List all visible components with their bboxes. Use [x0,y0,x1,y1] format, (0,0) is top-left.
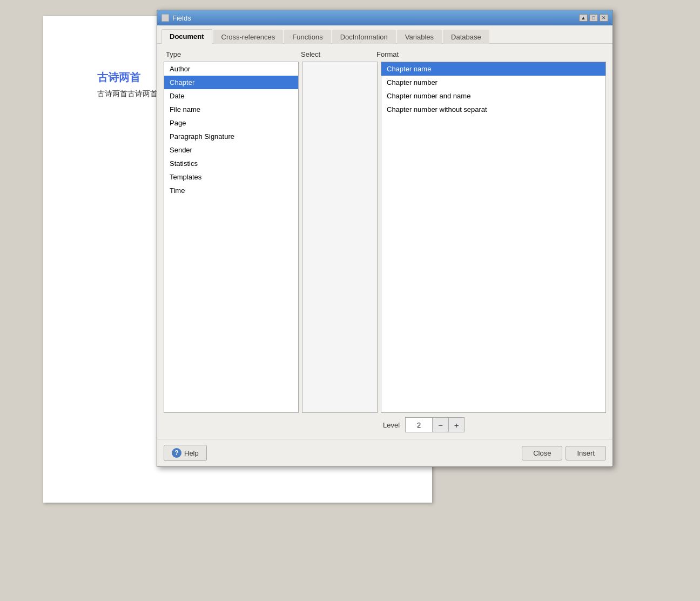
close-button[interactable]: Close [522,446,562,460]
maximize-button[interactable]: □ [589,14,598,22]
type-item-date[interactable]: Date [164,89,298,103]
tab-variables[interactable]: Variables [397,30,442,44]
format-item-chapter-number-and-name[interactable]: Chapter number and name [381,89,605,103]
type-item-chapter[interactable]: Chapter [164,76,298,89]
fields-dialog: Fields ▲ □ ✕ Document Cross-references F… [157,10,613,467]
doc-title: 古诗两首 [97,70,140,85]
dialog-footer: ? Help Close Insert [157,439,612,466]
tab-functions[interactable]: Functions [284,30,331,44]
type-item-paragraph-signature[interactable]: Paragraph Signature [164,130,298,143]
help-icon: ? [172,448,181,458]
dialog-title: Fields [172,14,191,22]
dialog-titlebar: Fields ▲ □ ✕ [157,10,612,25]
insert-button[interactable]: Insert [566,446,606,460]
format-item-chapter-number[interactable]: Chapter number [381,76,605,89]
type-item-statistics[interactable]: Statistics [164,157,298,170]
level-section: Level 2 − + [383,417,606,432]
tab-cross-references[interactable]: Cross-references [213,30,284,44]
dialog-icon [161,14,169,22]
columns-area: Author Chapter Date File name Page Parag… [164,62,606,413]
type-item-author[interactable]: Author [164,62,298,76]
doc-body: 古诗两首古诗两首 [97,89,158,99]
level-decrease-button[interactable]: − [432,417,448,432]
select-list[interactable] [302,62,378,413]
level-label: Level [383,421,400,429]
level-increase-button[interactable]: + [448,417,465,432]
help-label: Help [184,449,199,457]
type-item-page[interactable]: Page [164,116,298,130]
tab-database[interactable]: Database [443,30,489,44]
level-value[interactable]: 2 [405,417,432,432]
format-item-chapter-number-without-separator[interactable]: Chapter number without separat [381,103,605,116]
format-list[interactable]: Chapter name Chapter number Chapter numb… [381,62,606,413]
select-header: Select [301,50,376,58]
tab-docinfo[interactable]: DocInformation [332,30,396,44]
close-button[interactable]: ✕ [600,14,608,22]
format-item-chapter-name[interactable]: Chapter name [381,62,605,76]
action-buttons: Close Insert [522,446,606,460]
minimize-button[interactable]: ▲ [579,14,588,22]
columns-header: Type Select Format [164,50,606,58]
level-control: 2 − + [405,417,465,432]
format-header: Format [376,50,604,58]
titlebar-left: Fields [161,14,191,22]
dialog-body: Type Select Format Author Chapter Date F… [157,44,612,439]
tabs-bar: Document Cross-references Functions DocI… [157,25,612,44]
type-item-filename[interactable]: File name [164,103,298,116]
type-list[interactable]: Author Chapter Date File name Page Parag… [164,62,299,413]
titlebar-buttons: ▲ □ ✕ [579,14,608,22]
tab-document[interactable]: Document [161,29,212,44]
help-button[interactable]: ? Help [164,445,207,461]
type-item-time[interactable]: Time [164,184,298,197]
type-item-sender[interactable]: Sender [164,143,298,157]
type-item-templates[interactable]: Templates [164,170,298,184]
type-header: Type [166,50,301,58]
